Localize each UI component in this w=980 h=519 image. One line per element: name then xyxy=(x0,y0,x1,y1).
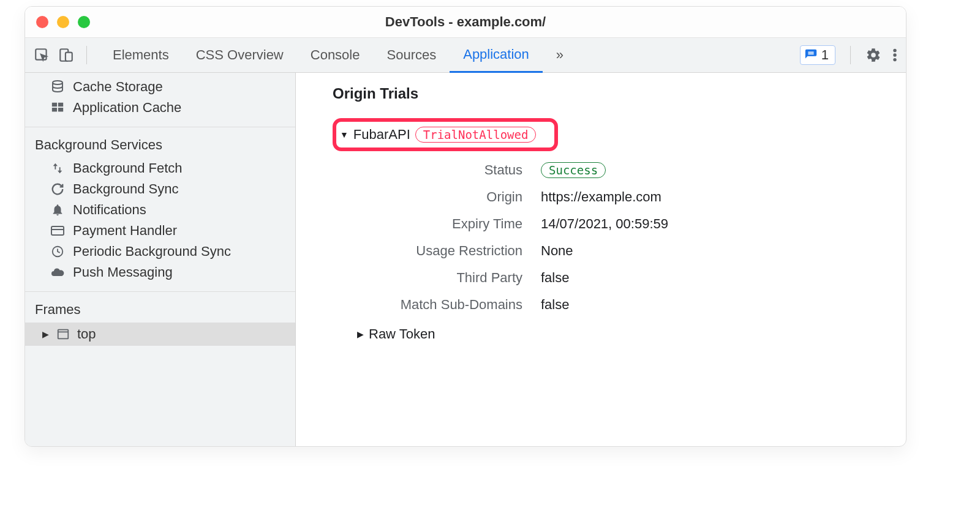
svg-point-5 xyxy=(893,58,896,61)
label-third-party: Third Party xyxy=(345,270,541,286)
more-icon[interactable] xyxy=(892,47,897,63)
label-origin: Origin xyxy=(345,189,541,205)
svg-rect-11 xyxy=(51,226,64,235)
status-badge: Success xyxy=(541,162,606,178)
sidebar-item-label: Payment Handler xyxy=(73,223,177,239)
window-icon xyxy=(55,326,71,342)
label-status: Status xyxy=(345,162,541,178)
separator xyxy=(86,46,87,64)
panel-tabs: Elements CSS Overview Console Sources Ap… xyxy=(99,38,577,72)
value-usage: None xyxy=(541,243,906,259)
toolbar-right: 1 xyxy=(800,45,897,65)
clock-icon xyxy=(50,244,66,260)
tab-overflow[interactable]: » xyxy=(543,38,577,72)
svg-rect-9 xyxy=(52,108,57,111)
label-expiry: Expiry Time xyxy=(345,216,541,232)
devtools-toolbar: Elements CSS Overview Console Sources Ap… xyxy=(25,37,906,73)
grid-icon xyxy=(50,100,66,116)
database-icon xyxy=(50,79,66,95)
content-area: Cache Storage Application Cache Backgrou… xyxy=(25,73,906,446)
device-toggle-icon[interactable] xyxy=(58,47,74,63)
raw-token-row[interactable]: ▶ Raw Token xyxy=(357,326,906,342)
cloud-icon xyxy=(50,264,66,280)
sidebar-item-label: Cache Storage xyxy=(73,79,163,95)
sidebar-item-background-fetch[interactable]: Background Fetch xyxy=(25,158,295,179)
updown-icon xyxy=(50,160,66,176)
svg-rect-7 xyxy=(52,103,57,106)
svg-rect-14 xyxy=(58,330,69,339)
trial-row-highlighted[interactable]: ▼ FubarAPI TrialNotAllowed xyxy=(333,118,558,151)
titlebar: DevTools - example.com/ xyxy=(25,7,906,37)
sidebar-item-label: Periodic Background Sync xyxy=(73,244,231,260)
card-icon xyxy=(50,223,66,239)
label-match-subdomains: Match Sub-Domains xyxy=(345,297,541,313)
value-expiry: 14/07/2021, 00:59:59 xyxy=(541,216,906,232)
settings-icon[interactable] xyxy=(865,47,881,63)
svg-point-6 xyxy=(53,81,62,84)
tab-console[interactable]: Console xyxy=(297,38,374,72)
sidebar-item-application-cache[interactable]: Application Cache xyxy=(25,97,295,118)
issues-button[interactable]: 1 xyxy=(800,45,835,65)
traffic-lights xyxy=(36,16,90,28)
section-heading: Origin Trials xyxy=(333,85,906,102)
sidebar-item-background-sync[interactable]: Background Sync xyxy=(25,179,295,200)
trial-details: Status Success Origin https://example.co… xyxy=(345,162,906,313)
bell-icon xyxy=(50,202,66,218)
sidebar-item-label: Background Fetch xyxy=(73,160,183,176)
sidebar-item-label: Push Messaging xyxy=(73,264,173,280)
value-origin: https://example.com xyxy=(541,189,906,205)
sidebar-item-payment-handler[interactable]: Payment Handler xyxy=(25,220,295,241)
sidebar-item-label: Application Cache xyxy=(73,100,181,116)
svg-point-4 xyxy=(893,53,896,56)
minimize-window-button[interactable] xyxy=(57,16,69,28)
sidebar-item-frame-top[interactable]: ▶ top xyxy=(25,323,295,346)
tab-sources[interactable]: Sources xyxy=(373,38,450,72)
raw-token-label: Raw Token xyxy=(369,326,435,342)
sidebar-item-label: Notifications xyxy=(73,202,146,218)
sidebar-item-periodic-background-sync[interactable]: Periodic Background Sync xyxy=(25,241,295,262)
trial-name: FubarAPI xyxy=(353,127,410,143)
value-status: Success xyxy=(541,162,906,178)
inspect-icon[interactable] xyxy=(34,47,50,63)
sidebar-item-cache-storage[interactable]: Cache Storage xyxy=(25,77,295,97)
svg-rect-8 xyxy=(58,103,63,106)
devtools-window: DevTools - example.com/ Elements CSS Ove… xyxy=(24,6,907,447)
chevron-right-icon: ▶ xyxy=(357,329,364,339)
close-window-button[interactable] xyxy=(36,16,48,28)
chevron-down-icon: ▼ xyxy=(340,130,349,140)
label-usage: Usage Restriction xyxy=(345,243,541,259)
maximize-window-button[interactable] xyxy=(78,16,90,28)
svg-rect-10 xyxy=(58,108,63,111)
issues-icon xyxy=(804,48,818,62)
main-panel: Origin Trials ▼ FubarAPI TrialNotAllowed… xyxy=(296,73,906,446)
cache-group: Cache Storage Application Cache xyxy=(25,73,295,127)
window-title: DevTools - example.com/ xyxy=(385,14,546,30)
value-match-subdomains: false xyxy=(541,297,906,313)
value-third-party: false xyxy=(541,270,906,286)
sidebar-item-notifications[interactable]: Notifications xyxy=(25,200,295,220)
frames-group: Frames ▶ top xyxy=(25,292,295,354)
sidebar-item-label: Background Sync xyxy=(73,181,178,197)
tab-css-overview[interactable]: CSS Overview xyxy=(183,38,297,72)
tab-application[interactable]: Application xyxy=(450,38,543,73)
svg-rect-2 xyxy=(66,53,72,61)
svg-point-3 xyxy=(893,49,896,52)
sync-icon xyxy=(50,181,66,197)
sidebar-header-background-services: Background Services xyxy=(25,131,295,158)
application-sidebar: Cache Storage Application Cache Backgrou… xyxy=(25,73,296,446)
sidebar-header-frames: Frames xyxy=(25,296,295,323)
tab-elements[interactable]: Elements xyxy=(99,38,183,72)
separator xyxy=(850,46,851,64)
issues-count: 1 xyxy=(821,47,829,63)
sidebar-item-label: top xyxy=(77,326,96,342)
trial-status-badge: TrialNotAllowed xyxy=(415,127,537,143)
chevron-right-icon: ▶ xyxy=(42,329,49,339)
background-services-group: Background Services Background Fetch Bac… xyxy=(25,127,295,292)
sidebar-item-push-messaging[interactable]: Push Messaging xyxy=(25,262,295,283)
